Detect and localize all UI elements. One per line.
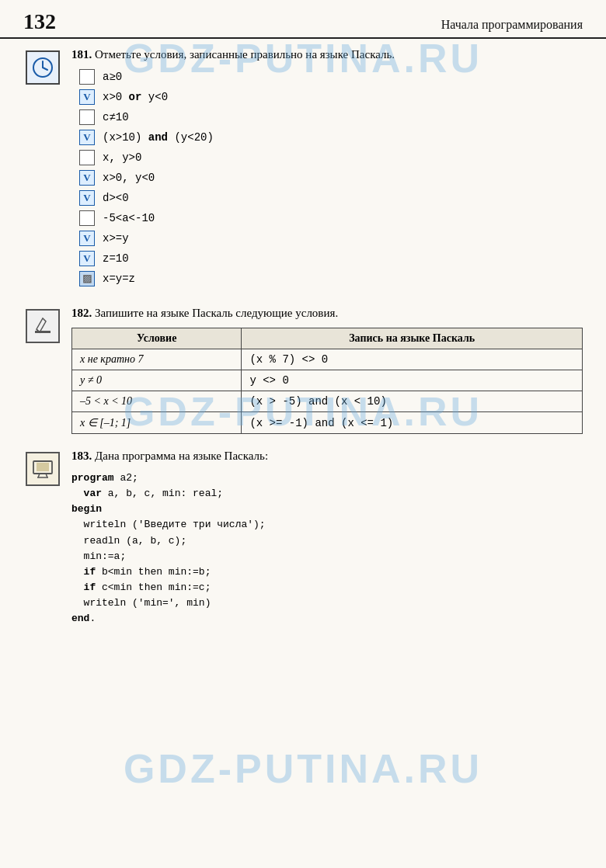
- watermark-3: GDZ-PUTINA.RU: [0, 745, 606, 792]
- task-182-icon-box: [26, 309, 60, 343]
- page: 132 Начала программирования GDZ-PUTINA.R…: [0, 0, 606, 868]
- task-181-block: 181. Отметьте условия, записанные правил…: [23, 47, 583, 291]
- task-183-content: 183. Дана программа на языке Паскаль: pr…: [71, 448, 583, 627]
- cb-text-7: d><0: [103, 192, 129, 204]
- svg-rect-3: [35, 331, 50, 333]
- table-row: x не кратно 7(x % 7) <> 0: [72, 349, 583, 370]
- task-181-icon-box: [26, 50, 60, 85]
- pascal-cell: (x % 7) <> 0: [242, 349, 583, 370]
- table-row: –5 < x < 10(x > -5) and (x < 10): [72, 391, 583, 412]
- task-182-title: 182. Запишите на языке Паскаль следующие…: [71, 305, 583, 321]
- list-item: c≠10: [79, 109, 583, 125]
- task-182-number: 182.: [71, 307, 92, 319]
- col2-header: Запись на языке Паскаль: [242, 328, 583, 349]
- list-item: V x>=y: [79, 231, 583, 246]
- task-181-content: 181. Отметьте условия, записанные правил…: [71, 47, 583, 291]
- task-181-number: 181.: [71, 48, 92, 61]
- list-item: V d><0: [79, 190, 583, 206]
- task-183-number: 183.: [71, 450, 92, 462]
- task-181-title: 181. Отметьте условия, записанные правил…: [71, 47, 583, 63]
- task-183-block: 183. Дана программа на языке Паскаль: pr…: [23, 448, 583, 627]
- checkbox-1[interactable]: [79, 69, 95, 85]
- list-item: -5<a<-10: [79, 210, 583, 226]
- table-row: y ≠ 0y <> 0: [72, 370, 583, 391]
- table-row: x ∈ [–1; 1](x >= -1) and (x <= 1): [72, 412, 583, 434]
- list-item: V x>0, y<0: [79, 170, 583, 186]
- list-item: V z=10: [79, 251, 583, 266]
- list-item: a≥0: [79, 69, 583, 85]
- task-181-text: Отметьте условия, записанные правильно н…: [95, 48, 395, 61]
- checkbox-3[interactable]: [79, 109, 95, 125]
- checkbox-6[interactable]: V: [79, 170, 95, 186]
- code-line: min:=a;: [71, 549, 583, 564]
- pascal-cell: y <> 0: [242, 370, 583, 391]
- condition-cell: x не кратно 7: [72, 349, 242, 370]
- code-line: program a2;: [71, 470, 583, 486]
- code-line: if b<min then min:=b;: [71, 564, 583, 580]
- list-item: V x>0 or y<0: [79, 89, 583, 105]
- condition-cell: x ∈ [–1; 1]: [72, 412, 242, 434]
- code-line: writeln ('min=', min): [71, 595, 583, 611]
- checkbox-4[interactable]: V: [79, 130, 95, 145]
- code-line: writeln ('Введите три числа');: [71, 517, 583, 533]
- page-header: 132 Начала программирования: [0, 0, 606, 39]
- computer-icon: [31, 458, 54, 480]
- page-number: 132: [23, 9, 56, 34]
- pascal-cell: (x > -5) and (x < 10): [242, 391, 583, 412]
- task-183-text: Дана программа на языке Паскаль:: [95, 450, 268, 462]
- col1-header: Условие: [72, 328, 242, 349]
- task-181-list: a≥0 V x>0 or y<0 c≠10 V (x>1: [79, 69, 583, 286]
- svg-rect-7: [37, 463, 49, 471]
- code-line: var a, b, c, min: real;: [71, 486, 583, 502]
- checkbox-5[interactable]: [79, 150, 95, 165]
- checkbox-7[interactable]: V: [79, 190, 95, 206]
- cb-text-2: x>0 or y<0: [103, 91, 168, 103]
- clock-icon: [31, 56, 54, 79]
- task-182-content: 182. Запишите на языке Паскаль следующие…: [71, 305, 583, 434]
- task-182-icon: [23, 307, 62, 345]
- pencil-icon: [32, 315, 54, 337]
- task-183-icon: [23, 450, 62, 488]
- cb-text-5: x, y>0: [103, 151, 141, 164]
- list-item: V (x>10) and (y<20): [79, 130, 583, 145]
- code-line: end.: [71, 611, 583, 627]
- cb-text-1: a≥0: [103, 71, 122, 83]
- cb-text-8: -5<a<-10: [103, 212, 155, 224]
- list-item: x, y>0: [79, 150, 583, 165]
- task-181-icon: [23, 48, 62, 87]
- code-line: begin: [71, 502, 583, 517]
- cb-text-3: c≠10: [103, 111, 129, 123]
- checkbox-11[interactable]: ▨: [79, 271, 95, 286]
- condition-cell: y ≠ 0: [72, 370, 242, 391]
- list-item: ▨ x=y=z: [79, 271, 583, 286]
- svg-line-2: [43, 68, 47, 70]
- task-183-icon-box: [26, 452, 60, 486]
- checkbox-10[interactable]: V: [79, 251, 95, 266]
- cb-text-9: x>=y: [103, 232, 129, 245]
- page-title: Начала программирования: [441, 18, 583, 32]
- task-182-text: Запишите на языке Паскаль следующие усло…: [95, 307, 338, 319]
- code-line: if c<min then min:=c;: [71, 580, 583, 595]
- task-183-title: 183. Дана программа на языке Паскаль:: [71, 448, 583, 464]
- checkbox-2[interactable]: V: [79, 89, 95, 105]
- code-block-183: program a2; var a, b, c, min: real;begin…: [71, 470, 583, 627]
- checkbox-8[interactable]: [79, 210, 95, 226]
- code-line: readln (a, b, c);: [71, 533, 583, 549]
- pascal-cell: (x >= -1) and (x <= 1): [242, 412, 583, 434]
- cb-text-10: z=10: [103, 252, 129, 265]
- cb-text-4: (x>10) and (y<20): [103, 131, 214, 144]
- checkbox-9[interactable]: V: [79, 231, 95, 246]
- cb-text-6: x>0, y<0: [103, 172, 155, 184]
- task-182-block: 182. Запишите на языке Паскаль следующие…: [23, 305, 583, 434]
- condition-cell: –5 < x < 10: [72, 391, 242, 412]
- task-182-table: Условие Запись на языке Паскаль x не кра…: [71, 328, 583, 434]
- main-content: 181. Отметьте условия, записанные правил…: [0, 39, 606, 656]
- cb-text-11: x=y=z: [103, 273, 135, 285]
